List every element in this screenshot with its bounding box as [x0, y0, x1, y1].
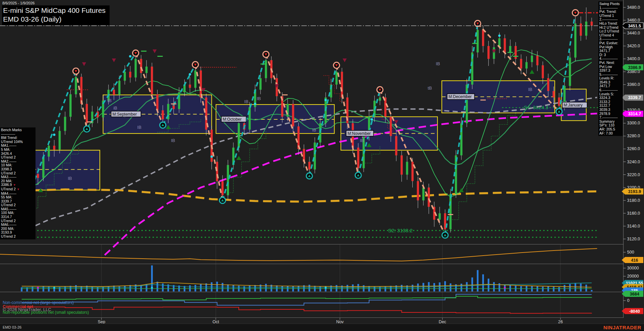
svg-text:M:December: M:December	[448, 94, 472, 99]
svg-text:IB: IB	[528, 87, 532, 92]
bench-marks-line: 5 MA:	[1, 148, 34, 152]
swing-pivots-line: Lo:2 UTrend	[599, 29, 622, 33]
cyan-dot-icon	[129, 55, 132, 57]
svg-text:IB: IB	[436, 61, 440, 66]
swing-pivots-line: Swing Pivots	[599, 2, 622, 6]
svg-text:M:November: M:November	[347, 131, 371, 136]
down-trend-arrow-icon: ▼	[13, 183, 16, 187]
swing-pivots-panel: Swing Pivots1.-------------Pvt. Trend:UT…	[598, 1, 623, 136]
bench-marks-line: Bench Marks	[1, 128, 34, 132]
indicator-panel-cot	[22, 294, 592, 313]
bench-marks-line: 3398.3	[1, 167, 34, 171]
svg-text:tB: tB	[428, 86, 432, 91]
svg-text:3684: 3684	[630, 292, 639, 297]
svg-text:M:October: M:October	[223, 117, 242, 122]
swing-pivots-line: 3039.3	[599, 108, 622, 112]
svg-text:3260.0: 3260.0	[627, 146, 640, 151]
bench-marks-line: UTrend 2	[1, 156, 34, 160]
contract-interval: EMD 03-26 (Daily)	[3, 15, 106, 24]
svg-text:3386.9: 3386.9	[628, 65, 641, 70]
svg-text:M:September: M:September	[112, 112, 137, 117]
down-triangle-icon	[275, 84, 279, 88]
svg-text:3193.9: 3193.9	[628, 189, 641, 194]
bench-marks-line: 55 MA:	[1, 195, 34, 199]
ninjatrader-logo: NINJATRADER	[603, 325, 641, 330]
svg-text:IB: IB	[312, 127, 316, 133]
swing-pivots-line: Pvt. Next:	[599, 61, 622, 65]
cyan-dot-icon	[324, 99, 327, 101]
cyan-dot-icon	[53, 134, 55, 136]
svg-text:20000: 20000	[627, 274, 639, 279]
svg-text:3480.0: 3480.0	[627, 5, 640, 10]
svg-text:3420.0: 3420.0	[627, 44, 640, 48]
panel-grid	[0, 244, 623, 318]
svg-text:500: 500	[627, 250, 634, 255]
swing-pivots-line: AF: 7.00	[599, 132, 622, 136]
svg-text:416: 416	[631, 258, 638, 263]
down-triangle-icon	[112, 58, 116, 62]
svg-text:IB: IB	[244, 99, 248, 104]
price-chart-canvas[interactable]: S1: 3324.3S2: 3133.2IBIBiBIBIBIBIBIBIBIB…	[0, 0, 644, 331]
svg-text:3140.0: 3140.0	[627, 224, 640, 229]
bench-marks-line: UTrend 2	[1, 235, 34, 239]
svg-text:IB: IB	[108, 98, 112, 103]
cyan-dot-icon	[189, 73, 191, 75]
cyan-dot-icon	[371, 118, 373, 120]
svg-text:3300.0: 3300.0	[627, 121, 640, 125]
down-triangle-icon	[492, 49, 496, 53]
svg-text:IB: IB	[257, 96, 261, 101]
down-triangle-icon	[343, 58, 347, 62]
bench-marks-line: 3314.7	[1, 215, 34, 219]
svg-text:3314.7: 3314.7	[628, 112, 641, 116]
svg-text:3160.0: 3160.0	[627, 211, 640, 216]
instrument-tab[interactable]: EMD 03-26	[3, 325, 22, 329]
svg-text:3360.0: 3360.0	[627, 82, 640, 87]
swing-pivots-line: Pvt. Evolve:	[599, 41, 622, 45]
indicator-panel-atr	[0, 249, 597, 261]
svg-text:0: 0	[627, 298, 629, 303]
svg-text:S2: 3133.2: S2: 3133.2	[388, 228, 413, 233]
svg-text:3400.0: 3400.0	[627, 56, 640, 61]
svg-text:3240.0: 3240.0	[627, 160, 640, 164]
legend-small-speculators-net: Non-reportable positions net (small spec…	[3, 310, 89, 315]
indicator-panel-volume	[21, 265, 593, 291]
svg-text:3180.0: 3180.0	[627, 198, 640, 203]
swing-pivots-line: 6.-------------	[599, 88, 622, 92]
svg-text:3451.5: 3451.5	[628, 24, 641, 28]
svg-text:IB: IB	[360, 138, 364, 143]
price-axis[interactable]: 3480.03460.03440.03420.03400.03380.03360…	[622, 0, 643, 318]
svg-text:-8040: -8040	[629, 309, 640, 314]
bench-marks-line: UTrend 2▼	[1, 187, 34, 192]
bench-marks-line: MA3.------	[1, 175, 34, 179]
cyan-dot-icon	[254, 103, 256, 105]
monthly-boxes	[20, 81, 586, 190]
down-trend-arrow-icon: ▼	[17, 188, 20, 191]
svg-text:3339.7: 3339.7	[628, 95, 641, 100]
svg-text:M:January: M:January	[564, 103, 582, 108]
swing-pivots-line: 3397.3	[599, 69, 622, 73]
svg-text:30000: 30000	[627, 266, 639, 270]
cyan-dot-icon	[498, 34, 501, 37]
swing-pivots-line: 3471.7	[599, 49, 622, 53]
ninjatrader-chart-window: S1: 3324.3S2: 3133.2IBIBiBIBIBIBIBIBIBIB…	[0, 0, 644, 331]
cyan-dot-icon	[210, 156, 213, 158]
down-triangle-icon	[153, 49, 157, 53]
date-range-label: 8/6/2025 - 1/9/2026	[2, 1, 34, 5]
instrument-name: E-mini S&P MidCap 400 Futures	[3, 6, 106, 15]
up-triangle-icon	[530, 70, 534, 74]
svg-text:3440.0: 3440.0	[627, 31, 640, 36]
swing-pivots-line: HiLo Trend:	[599, 22, 622, 26]
svg-text:3220.0: 3220.0	[627, 172, 640, 177]
swing-pivots-line: AR: 205.5	[599, 127, 622, 132]
svg-text:iB: iB	[113, 105, 117, 111]
svg-text:3460.0: 3460.0	[627, 18, 640, 23]
down-triangle-icon	[82, 62, 86, 66]
svg-text:3280.0: 3280.0	[627, 134, 640, 138]
svg-text:IB: IB	[171, 138, 175, 143]
svg-text:IB: IB	[137, 125, 141, 130]
svg-text:3120.0: 3120.0	[627, 237, 640, 241]
chart-title: E-mini S&P MidCap 400 Futures EMD 03-26 …	[2, 5, 110, 25]
window-footer-bar: EMD 03-26 NINJATRADER	[0, 324, 644, 331]
svg-text:IB: IB	[68, 176, 72, 181]
up-triangle-icon	[236, 156, 241, 160]
